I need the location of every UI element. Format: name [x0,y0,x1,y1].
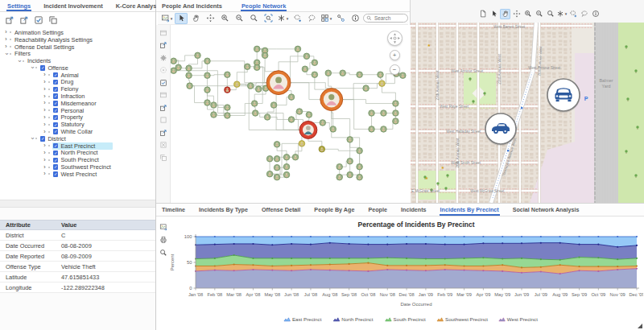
snapshot-button[interactable] [158,27,169,38]
analysis-tab-people-by-age[interactable]: People By Age [313,204,355,216]
tree-item-district[interactable]: ›✓District [0,135,155,142]
lasso-button[interactable] [579,9,589,19]
person-node[interactable] [325,70,332,76]
person-node[interactable] [270,102,277,109]
person-node[interactable] [381,110,387,117]
chevron-right-icon[interactable]: › [3,36,9,43]
new-doc-button[interactable] [477,9,488,19]
person-node[interactable] [393,118,399,125]
merge-button[interactable] [334,13,347,24]
person-node[interactable] [171,68,176,74]
zoom-out-button[interactable] [233,13,246,24]
tree-item-animal[interactable]: ›✓Animal [0,72,155,79]
chevron-right-icon[interactable]: › [42,171,47,177]
chevron-down-icon[interactable]: › [3,51,10,56]
chevron-right-icon[interactable]: › [42,86,47,93]
person-node[interactable] [274,174,280,180]
person-node[interactable] [211,102,217,109]
person-node[interactable] [251,101,258,107]
info-button[interactable] [590,9,601,19]
radial-button[interactable] [158,65,169,76]
checkbox-checked-icon[interactable]: ✓ [40,65,45,70]
person-node[interactable] [204,87,211,93]
person-node[interactable] [211,112,217,118]
tree-item-felony[interactable]: ›✓Felony [0,85,155,93]
chevron-right-icon[interactable]: › [42,157,47,163]
person-node[interactable] [296,109,303,115]
checkbox-checked-icon[interactable]: ✓ [53,101,58,105]
checkbox-checked-icon[interactable]: ✓ [53,72,58,77]
apply-check-button[interactable] [32,14,45,26]
legend-item-west-precinct[interactable]: West Precinct [499,316,538,322]
chevron-right-icon[interactable]: › [42,114,47,121]
person-node[interactable] [369,110,375,117]
tree-item-east-precinct[interactable]: ›✓East Precinct [0,142,155,150]
multi-select-button[interactable] [158,77,169,88]
person-node[interactable] [288,117,295,123]
checkbox-checked-icon[interactable]: ✓ [53,80,58,85]
lasso-button[interactable] [305,13,318,24]
checkbox-checked-icon[interactable]: ✓ [53,171,58,176]
person-node[interactable] [369,126,375,133]
panel-button[interactable] [158,90,169,101]
person-node[interactable] [381,126,387,133]
tree-item-incidents[interactable]: ›Incidents [0,57,155,64]
person-node[interactable] [378,72,384,78]
person-node[interactable] [266,171,273,177]
zoom-in-button[interactable] [522,9,533,19]
tree-item-west-precinct[interactable]: ›✓West Precinct [0,171,155,178]
group-button[interactable]: ▾ [320,13,332,24]
person-node[interactable] [247,83,254,89]
person-node[interactable] [186,65,192,72]
chevron-right-icon[interactable]: › [3,43,9,50]
chevron-down-icon[interactable]: › [29,136,35,142]
tree-item-statutory[interactable]: ›✓Statutory [0,121,155,128]
settings-tab-settings[interactable]: Settings [6,0,31,11]
attribute-row[interactable]: Offense TypeVehicle Theft [0,262,155,272]
chevron-down-icon[interactable]: › [29,65,35,71]
chevron-right-icon[interactable]: › [3,29,9,35]
person-node[interactable] [187,83,193,89]
person-node[interactable] [274,155,280,162]
person-node[interactable] [204,100,211,106]
graph-zoom-out-button[interactable]: − [390,64,400,75]
person-node[interactable] [357,163,363,170]
person-node[interactable] [234,81,241,88]
person-node[interactable] [295,46,301,52]
analysis-tab-incidents-by-type[interactable]: Incidents By Type [198,204,249,216]
cursor-button[interactable] [175,13,188,24]
person-node[interactable] [303,53,310,60]
person-node[interactable] [312,60,318,66]
person-node[interactable] [225,72,231,78]
chevron-right-icon[interactable]: › [42,93,47,100]
export-settings-button[interactable] [3,14,16,26]
person-node[interactable] [255,86,262,93]
cursor-button[interactable] [489,9,499,19]
person-node[interactable] [195,52,201,59]
zoom-in-button[interactable] [218,13,231,24]
graph-zoom-in-button[interactable]: + [390,50,400,60]
analysis-tab-social-network-analysis[interactable]: Social Network Analysis [512,204,580,216]
person-node[interactable] [204,58,211,64]
checkbox-checked-icon[interactable]: ✓ [53,151,58,155]
network-graph-canvas[interactable]: + − [171,25,411,203]
pan-button[interactable] [204,13,217,24]
checkbox-checked-icon[interactable]: ✓ [53,108,58,113]
person-node[interactable] [254,64,260,71]
import-settings-button[interactable] [18,14,31,26]
attribute-row[interactable]: Date Occurred08-08-2009 [0,241,155,251]
layout-button[interactable]: ▾ [556,9,567,19]
person-node[interactable] [299,141,305,147]
attribute-row[interactable]: Latitude47.615851433 [0,272,155,283]
person-node[interactable] [283,163,290,170]
person-node[interactable] [171,58,176,64]
tree-item-infraction[interactable]: ›✓Infraction [0,93,155,100]
person-node[interactable] [330,126,336,133]
settings-tab-k-core-analysis[interactable]: K-Core Analysis [115,0,163,11]
zoom-button[interactable] [545,9,555,19]
tree-item-south-precinct[interactable]: ›✓South Precinct [0,156,155,163]
person-node[interactable] [254,46,260,52]
person-node[interactable] [393,110,399,117]
checkbox-checked-icon[interactable]: ✓ [53,115,58,120]
tree-item-misdemeanor[interactable]: ›✓Misdemeanor [0,100,155,107]
